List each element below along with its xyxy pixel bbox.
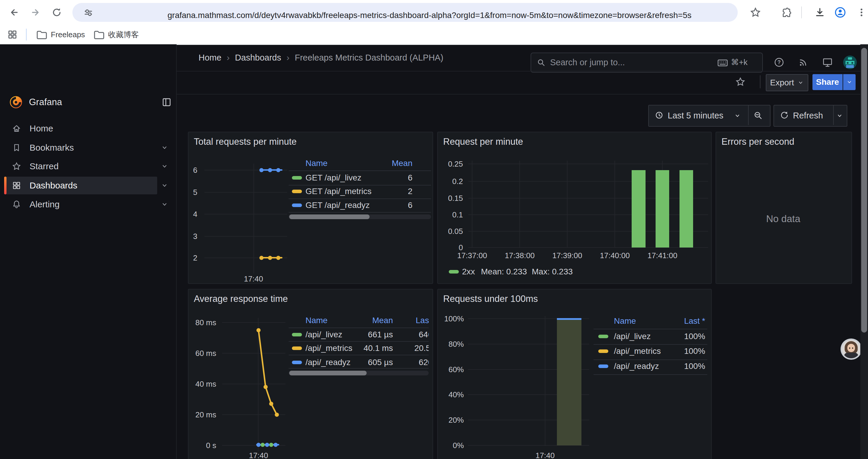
sidebar-item-label: Bookmarks [30,143,74,153]
legend-last-value: 620 µs [391,358,429,367]
series-color-pill[interactable] [292,347,302,350]
series-color-pill[interactable] [292,203,302,207]
legend-mean-value: 605 µs [340,358,393,367]
legend-last-value: 646 µs [391,330,429,339]
downloads-icon[interactable] [813,6,826,19]
export-button[interactable]: Export [766,74,808,91]
legend-mean: Mean: 0.233 [481,267,527,276]
chevron-down-icon[interactable] [161,144,168,152]
sidebar-item-bookmarks[interactable]: Bookmarks [0,139,176,157]
screen: grafana.mathmast.com/d/deytv4rwavabkb/fr… [0,0,868,459]
subheader-border [177,94,868,95]
bookmarks-divider [26,29,27,40]
browser-menu-icon[interactable] [855,6,868,19]
series-color-pill[interactable] [292,176,302,179]
x-tick: 17:40:00 [591,251,639,260]
share-menu-button[interactable] [843,74,856,90]
gridline [468,215,708,215]
y-tick: 6 [188,165,197,175]
back-icon[interactable] [8,6,21,19]
legend-series-name[interactable]: /api/_livez [306,330,342,339]
legend-header-mean[interactable]: Mean [359,159,412,168]
sidebar-item-dashboards[interactable]: Dashboards [0,177,176,194]
sidebar-item-alerting[interactable]: Alerting [0,196,176,213]
legend-series-name[interactable]: /api/_livez [614,332,651,341]
bookmark-folder-blogs[interactable]: 收藏博客 [92,28,139,41]
legend-separator [593,329,707,329]
bookmark-label: Freeleaps [51,30,85,39]
legend-header-name[interactable]: Name [306,316,328,325]
series-color-pill[interactable] [292,333,302,336]
legend-header-mean[interactable]: Mean [340,316,393,325]
chevron-down-icon[interactable] [161,162,168,170]
share-button[interactable]: Share [812,74,843,90]
y-tick: 80% [438,339,464,349]
panel-title[interactable]: Request per minute [443,136,523,147]
series-color-pill[interactable] [598,350,608,353]
page-scrollbar-thumb[interactable] [861,48,867,333]
grafana-logo[interactable] [8,95,24,110]
series-color-pill[interactable] [598,335,608,338]
zoom-out-icon[interactable] [753,110,764,121]
series-color-pill[interactable] [292,361,302,364]
bookmark-folder-freeleaps[interactable]: Freeleaps [35,28,85,41]
search-input[interactable]: Search or jump to... ⌘+k [531,53,763,73]
data-point [276,256,280,260]
breadcrumb-home[interactable]: Home [198,53,221,63]
legend-series-name[interactable]: 2xx [462,267,475,276]
refresh-button[interactable]: Refresh [774,105,833,125]
help-icon[interactable]: ? [773,57,785,68]
panel-errors-per-second: Errors per second No data [716,132,852,284]
series-color-pill[interactable] [598,364,608,368]
legend-separator [593,359,707,360]
apps-grid-icon[interactable] [6,28,19,41]
panel-title[interactable]: Errors per second [721,136,794,147]
chevron-down-icon[interactable] [161,182,168,189]
assistant-avatar[interactable] [840,338,862,360]
sidebar-toggle-icon[interactable] [161,96,173,108]
panel-title[interactable]: Requests under 100ms [443,294,538,304]
bar-2xx [680,170,693,248]
legend-header-last[interactable]: Last * [646,316,705,326]
panel-title[interactable]: Total requests per minute [194,136,297,147]
series-color-pill[interactable] [449,270,459,273]
legend-header-name[interactable]: Name [306,159,328,168]
legend-series-name[interactable]: GET /api/_livez [306,173,361,183]
monitor-icon[interactable] [822,57,833,68]
x-tick: 17:39:00 [544,251,591,260]
legend-separator [289,212,431,213]
panel-avg-response-time: Average response time 80 ms 60 ms 40 ms … [188,289,433,459]
sidebar-item-starred[interactable]: Starred [0,157,176,175]
gridline [205,236,287,237]
active-indicator [4,177,6,194]
legend-header-last[interactable]: Last * [416,316,429,325]
chevron-down-icon[interactable] [161,201,168,208]
news-rss-icon[interactable] [797,57,809,68]
site-settings-icon[interactable] [82,6,95,19]
share-label: Share [816,77,839,87]
url-bar[interactable]: grafana.mathmast.com/d/deytv4rwavabkb/fr… [72,3,738,22]
legend-scrollbar-thumb[interactable] [289,371,367,375]
avatar-pixel [851,62,853,64]
favorite-star-icon[interactable] [735,76,746,88]
profile-icon[interactable] [834,6,847,19]
data-point [269,443,273,447]
legend-header-name[interactable]: Name [614,316,636,326]
gridline [468,164,708,164]
time-range-label: Last 5 minutes [668,110,723,121]
user-avatar[interactable] [843,56,857,69]
forward-icon[interactable] [29,6,42,19]
legend-scrollbar-thumb[interactable] [289,215,370,219]
x-tick: 17:37:00 [448,251,496,260]
extensions-icon[interactable] [780,6,793,19]
breadcrumb-dashboards[interactable]: Dashboards [235,53,281,63]
sidebar-item-home[interactable]: Home [0,120,176,137]
time-range-picker[interactable]: Last 5 minutes [649,105,748,125]
reload-icon[interactable] [50,6,63,19]
chevron-down-icon[interactable] [836,112,843,119]
bar-under-100ms [557,320,582,446]
series-color-pill[interactable] [292,190,302,193]
breadcrumb-current: Freeleaps Metrics Dashboard (ALPHA) [295,53,443,63]
bookmark-star-icon[interactable] [749,6,762,19]
brand-name[interactable]: Grafana [29,97,62,107]
